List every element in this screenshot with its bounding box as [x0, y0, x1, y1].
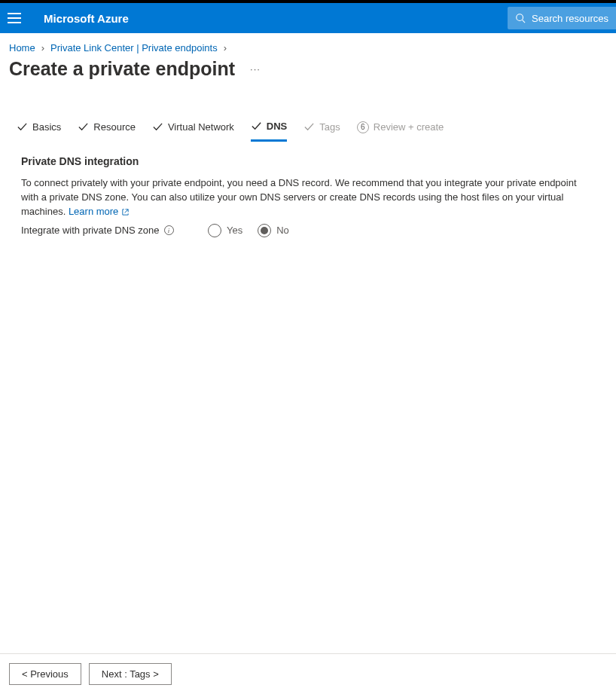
info-icon[interactable]: i	[164, 225, 174, 235]
step-number-icon: 6	[357, 121, 369, 133]
page-title-row: Create a private endpoint ···	[0, 58, 616, 86]
tab-label: DNS	[267, 121, 287, 132]
tab-label: Tags	[319, 121, 340, 133]
search-icon	[515, 13, 526, 23]
form-row-dns-integration: Integrate with private DNS zone i Yes No	[21, 224, 595, 237]
svg-point-0	[517, 14, 523, 21]
radio-label: Yes	[227, 225, 242, 236]
breadcrumb: Home › Private Link Center | Private end…	[0, 33, 616, 58]
radio-group-dns: Yes No	[208, 224, 289, 237]
tab-tags[interactable]: Tags	[303, 121, 340, 141]
tab-label: Review + create	[374, 121, 444, 133]
svg-line-2	[125, 209, 129, 212]
wizard-footer: < Previous Next : Tags >	[0, 653, 616, 694]
checkmark-icon	[251, 121, 262, 132]
svg-line-1	[523, 20, 526, 23]
breadcrumb-link[interactable]: Private Link Center | Private endpoints	[50, 42, 218, 54]
radio-no[interactable]: No	[258, 224, 289, 237]
header-right: Search resources	[508, 7, 616, 29]
brand-label[interactable]: Microsoft Azure	[44, 12, 129, 25]
checkmark-icon	[303, 121, 315, 133]
section-description: To connect privately with your private e…	[21, 176, 578, 219]
external-link-icon	[121, 208, 130, 216]
global-header: Microsoft Azure Search resources	[0, 3, 616, 33]
chevron-right-icon: ›	[41, 42, 44, 54]
radio-label: No	[276, 225, 289, 236]
wizard-tabs: Basics Resource Virtual Network DNS Tags…	[0, 86, 616, 142]
hamburger-menu-icon[interactable]	[8, 13, 21, 23]
page-title: Create a private endpoint	[9, 58, 235, 80]
field-label-text: Integrate with private DNS zone	[21, 225, 160, 236]
section-heading: Private DNS integration	[21, 155, 595, 167]
checkmark-icon	[152, 121, 163, 133]
tab-label: Basics	[32, 121, 61, 133]
tab-review-create[interactable]: 6 Review + create	[357, 121, 444, 141]
tab-content: Private DNS integration To connect priva…	[0, 142, 616, 237]
more-actions-button[interactable]: ···	[250, 63, 261, 75]
tab-resource[interactable]: Resource	[78, 121, 136, 141]
tab-virtual-network[interactable]: Virtual Network	[152, 121, 234, 141]
breadcrumb-home[interactable]: Home	[9, 42, 35, 54]
tab-basics[interactable]: Basics	[17, 121, 61, 141]
search-input[interactable]: Search resources	[508, 7, 616, 29]
radio-yes[interactable]: Yes	[208, 224, 242, 237]
chevron-right-icon: ›	[224, 42, 227, 54]
field-label: Integrate with private DNS zone i	[21, 225, 208, 236]
radio-outer	[258, 224, 271, 237]
radio-outer	[208, 224, 221, 237]
tab-dns[interactable]: DNS	[251, 121, 287, 142]
checkmark-icon	[78, 121, 89, 133]
learn-more-label: Learn more	[69, 205, 118, 219]
search-placeholder: Search resources	[532, 13, 608, 24]
checkmark-icon	[17, 121, 28, 133]
tab-label: Virtual Network	[168, 121, 234, 133]
learn-more-link[interactable]: Learn more	[69, 205, 130, 219]
next-button[interactable]: Next : Tags >	[89, 663, 172, 685]
tab-label: Resource	[93, 121, 136, 133]
previous-button[interactable]: < Previous	[9, 663, 81, 685]
